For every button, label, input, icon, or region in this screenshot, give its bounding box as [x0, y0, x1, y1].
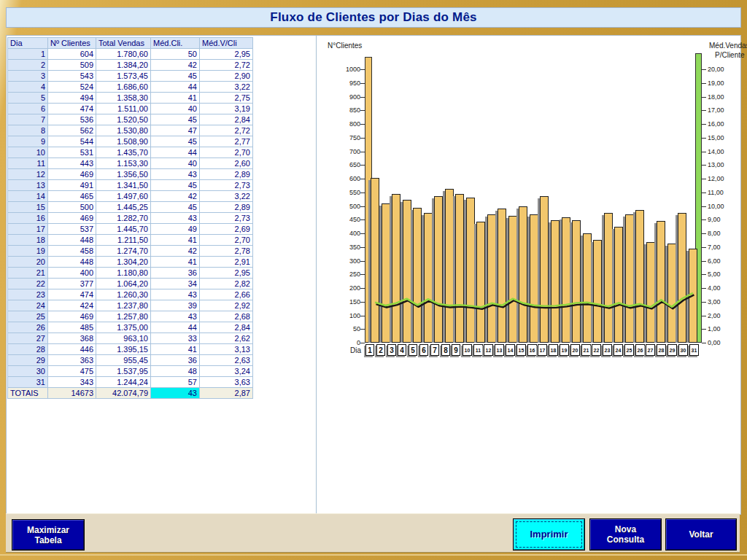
cell-2[interactable]: 1.211,50	[96, 235, 151, 246]
cell-0[interactable]: 27	[8, 333, 48, 344]
cell-3[interactable]: 45	[151, 136, 200, 147]
cell-0[interactable]: 14	[8, 191, 48, 202]
cell-2[interactable]: 1.520,50	[96, 114, 151, 125]
totals-cell-1[interactable]: 14673	[48, 388, 96, 399]
cell-2[interactable]: 1.375,00	[96, 322, 151, 333]
cell-1[interactable]: 377	[48, 279, 96, 289]
cell-2[interactable]: 1.260,30	[96, 289, 151, 300]
cell-4[interactable]: 2,90	[200, 71, 253, 82]
cell-4[interactable]: 2,69	[200, 224, 253, 235]
cell-4[interactable]: 2,78	[200, 246, 253, 257]
cell-1[interactable]: 469	[48, 213, 96, 224]
cell-4[interactable]: 2,72	[200, 125, 253, 136]
cell-3[interactable]: 47	[151, 125, 200, 136]
print-button[interactable]: Imprimir	[513, 518, 585, 551]
cell-1[interactable]: 400	[48, 268, 96, 279]
cell-1[interactable]: 509	[48, 60, 96, 71]
cell-1[interactable]: 562	[48, 125, 96, 136]
maximize-table-button[interactable]: Maximizar Tabela	[12, 519, 85, 551]
cell-0[interactable]: 21	[8, 268, 48, 279]
cell-2[interactable]: 1.282,70	[96, 213, 151, 224]
cell-4[interactable]: 3,22	[200, 82, 253, 93]
cell-3[interactable]: 49	[151, 224, 200, 235]
cell-2[interactable]: 955,45	[96, 355, 151, 366]
cell-3[interactable]: 43	[151, 213, 200, 224]
cell-1[interactable]: 524	[48, 82, 96, 93]
cell-0[interactable]: 23	[8, 289, 48, 300]
cell-4[interactable]: 2,72	[200, 60, 253, 71]
cell-4[interactable]: 2,95	[200, 49, 253, 60]
cell-0[interactable]: 29	[8, 355, 48, 366]
cell-4[interactable]: 3,13	[200, 344, 253, 355]
cell-1[interactable]: 448	[48, 235, 96, 246]
cell-0[interactable]: 19	[8, 246, 48, 257]
cell-0[interactable]: 12	[8, 169, 48, 180]
cell-1[interactable]: 604	[48, 49, 96, 60]
cell-1[interactable]: 458	[48, 246, 96, 257]
cell-2[interactable]: 1.445,25	[96, 202, 151, 213]
totals-cell-2[interactable]: 42.074,79	[96, 388, 151, 399]
cell-3[interactable]: 44	[151, 322, 200, 333]
cell-1[interactable]: 474	[48, 289, 96, 300]
cell-4[interactable]: 3,24	[200, 366, 253, 377]
cell-3[interactable]: 41	[151, 344, 200, 355]
cell-3[interactable]: 36	[151, 268, 200, 279]
cell-1[interactable]: 491	[48, 180, 96, 191]
cell-0[interactable]: 5	[8, 93, 48, 104]
cell-3[interactable]: 50	[151, 49, 200, 60]
cell-2[interactable]: 1.237,80	[96, 300, 151, 311]
cell-3[interactable]: 45	[151, 71, 200, 82]
cell-1[interactable]: 475	[48, 366, 96, 377]
cell-2[interactable]: 1.341,50	[96, 180, 151, 191]
cell-4[interactable]: 2,68	[200, 311, 253, 322]
cell-2[interactable]: 1.356,50	[96, 169, 151, 180]
cell-0[interactable]: 30	[8, 366, 48, 377]
cell-2[interactable]: 1.358,30	[96, 93, 151, 104]
cell-0[interactable]: 9	[8, 136, 48, 147]
cell-1[interactable]: 469	[48, 311, 96, 322]
cell-4[interactable]: 2,89	[200, 169, 253, 180]
cell-4[interactable]: 2,89	[200, 202, 253, 213]
cell-0[interactable]: 22	[8, 279, 48, 289]
cell-0[interactable]: 18	[8, 235, 48, 246]
cell-2[interactable]: 1.530,80	[96, 125, 151, 136]
cell-1[interactable]: 536	[48, 114, 96, 125]
cell-2[interactable]: 1.686,60	[96, 82, 151, 93]
cell-2[interactable]: 1.274,70	[96, 246, 151, 257]
cell-3[interactable]: 44	[151, 147, 200, 158]
cell-3[interactable]: 43	[151, 169, 200, 180]
cell-4[interactable]: 3,63	[200, 377, 253, 388]
cell-1[interactable]: 363	[48, 355, 96, 366]
cell-3[interactable]: 42	[151, 246, 200, 257]
cell-1[interactable]: 531	[48, 147, 96, 158]
cell-4[interactable]: 2,77	[200, 136, 253, 147]
cell-4[interactable]: 2,63	[200, 355, 253, 366]
cell-4[interactable]: 2,91	[200, 257, 253, 268]
cell-3[interactable]: 41	[151, 235, 200, 246]
cell-3[interactable]: 43	[151, 289, 200, 300]
cell-3[interactable]: 41	[151, 93, 200, 104]
cell-0[interactable]: 28	[8, 344, 48, 355]
cell-1[interactable]: 465	[48, 191, 96, 202]
new-query-button[interactable]: Nova Consulta	[589, 518, 662, 551]
totals-cell-4[interactable]: 2,87	[200, 388, 253, 399]
cell-2[interactable]: 1.384,20	[96, 60, 151, 71]
cell-1[interactable]: 485	[48, 322, 96, 333]
cell-4[interactable]: 2,62	[200, 333, 253, 344]
cell-1[interactable]: 469	[48, 169, 96, 180]
cell-3[interactable]: 45	[151, 114, 200, 125]
cell-4[interactable]: 2,70	[200, 147, 253, 158]
cell-3[interactable]: 40	[151, 158, 200, 169]
cell-2[interactable]: 1.435,70	[96, 147, 151, 158]
cell-0[interactable]: 11	[8, 158, 48, 169]
cell-2[interactable]: 1.573,45	[96, 71, 151, 82]
cell-2[interactable]: 1.244,24	[96, 377, 151, 388]
cell-1[interactable]: 443	[48, 158, 96, 169]
cell-3[interactable]: 40	[151, 104, 200, 114]
cell-0[interactable]: 10	[8, 147, 48, 158]
cell-4[interactable]: 2,70	[200, 235, 253, 246]
cell-3[interactable]: 33	[151, 333, 200, 344]
cell-2[interactable]: 1.508,90	[96, 136, 151, 147]
cell-2[interactable]: 1.511,00	[96, 104, 151, 114]
totals-cell-3[interactable]: 43	[151, 388, 200, 399]
